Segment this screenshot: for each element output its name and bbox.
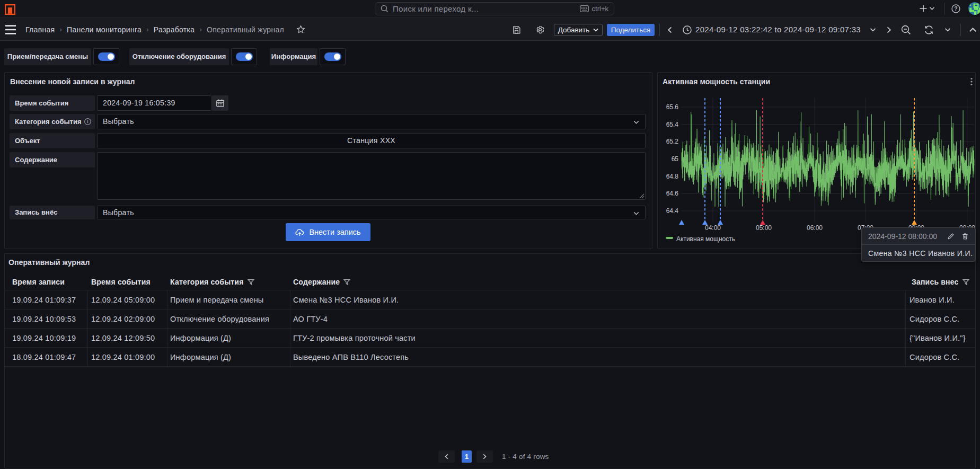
svg-text:65.2: 65.2 xyxy=(666,138,679,145)
svg-text:64.8: 64.8 xyxy=(666,173,679,180)
svg-text:65.6: 65.6 xyxy=(666,103,679,111)
svg-text:64.6: 64.6 xyxy=(666,190,679,197)
svg-text:05:00: 05:00 xyxy=(756,224,772,232)
svg-text:64.4: 64.4 xyxy=(666,207,679,215)
svg-text:65.4: 65.4 xyxy=(666,121,679,128)
svg-text:04:00: 04:00 xyxy=(705,224,721,232)
svg-text:?: ? xyxy=(954,5,957,12)
svg-text:06:00: 06:00 xyxy=(807,224,823,232)
svg-text:Активная мощность: Активная мощность xyxy=(676,235,735,243)
svg-text:65: 65 xyxy=(672,155,679,163)
